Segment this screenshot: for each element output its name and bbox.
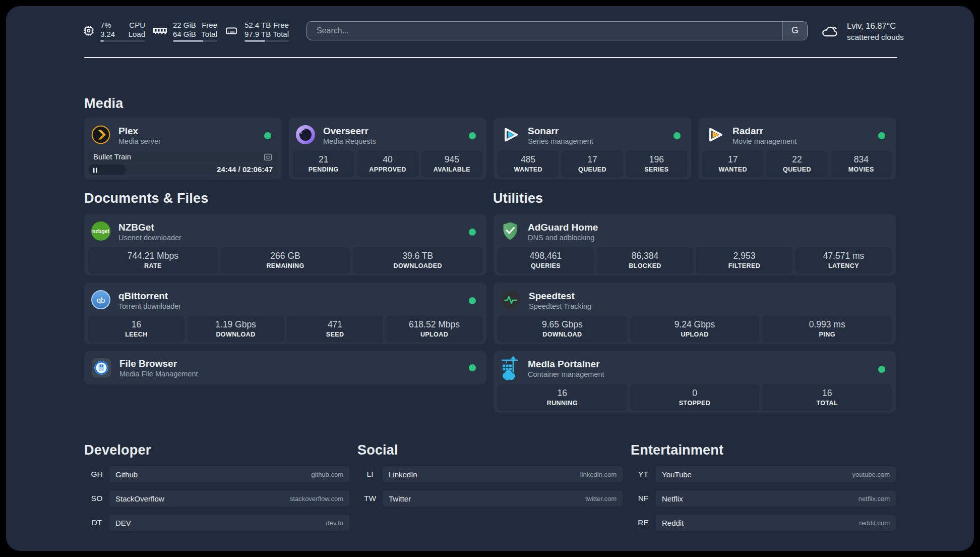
svg-text:nzbget: nzbget: [92, 228, 109, 234]
svg-text:qb: qb: [97, 296, 105, 304]
